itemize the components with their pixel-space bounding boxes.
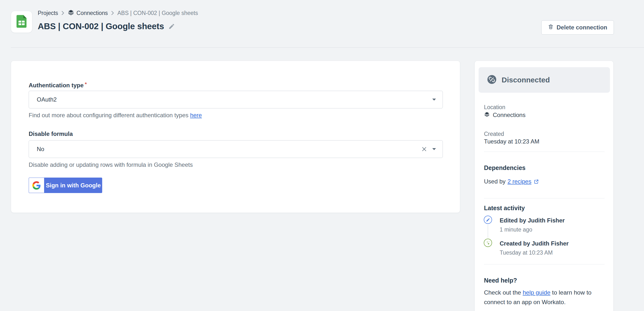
google-signin-label: Sign in with Google: [44, 178, 102, 193]
disable-formula-select[interactable]: No: [29, 140, 443, 158]
pencil-icon: [484, 216, 492, 224]
connection-form-card: Authentication type* OAuth2 Find out mor…: [11, 61, 460, 213]
disconnected-unlink-icon: [488, 75, 496, 85]
breadcrumb-current: ABS | CON-002 | Google sheets: [118, 10, 198, 17]
trash-icon: [548, 24, 554, 31]
clear-x-icon[interactable]: [422, 146, 427, 152]
external-link-icon: [534, 179, 539, 184]
created-label: Created: [484, 131, 504, 137]
authentication-type-label: Authentication type*: [29, 81, 87, 89]
delete-connection-label: Delete connection: [556, 24, 607, 31]
caret-down-icon: [432, 98, 436, 101]
title-row: ABS | CON-002 | Google sheets: [38, 21, 175, 32]
google-sheets-icon: [16, 15, 27, 29]
chevron-right-icon: [61, 10, 64, 16]
dependencies-used-by: Used by 2 recipes: [484, 178, 539, 185]
activity-item-time: 1 minute ago: [500, 226, 532, 233]
status-badge: Disconnected: [478, 67, 610, 93]
need-help-heading: Need help?: [484, 277, 517, 284]
used-by-prefix: Used by: [484, 178, 506, 185]
breadcrumb-projects[interactable]: Projects: [38, 10, 58, 17]
header-divider: [11, 47, 644, 48]
created-value: Tuesday at 10:23 AM: [484, 138, 539, 145]
disable-formula-value: No: [29, 146, 44, 153]
recipes-link[interactable]: 2 recipes: [508, 178, 531, 185]
location-value-text: Connections: [493, 112, 526, 118]
layers-icon: [68, 9, 74, 17]
google-g-icon: [29, 178, 44, 193]
disable-formula-helper-text: Disable adding or updating rows with for…: [29, 161, 193, 168]
divider: [484, 264, 604, 264]
latest-activity-heading: Latest activity: [484, 205, 525, 212]
breadcrumb-connections-label: Connections: [76, 10, 108, 17]
connection-status-sidebar: Disconnected Location Connections Create…: [474, 61, 614, 311]
activity-item-time: Tuesday at 10:23 AM: [500, 249, 553, 256]
breadcrumb-connections[interactable]: Connections: [68, 9, 108, 17]
activity-connector: [488, 225, 488, 238]
authentication-type-select[interactable]: OAuth2: [29, 91, 443, 108]
dependencies-heading: Dependencies: [484, 164, 526, 171]
disable-formula-label: Disable formula: [29, 131, 73, 137]
chevron-right-icon: [111, 10, 114, 16]
edit-pencil-icon[interactable]: [168, 23, 175, 30]
app-tile: [11, 11, 32, 33]
required-marker: *: [85, 81, 87, 87]
divider: [484, 198, 604, 198]
activity-item-title: Created by Judith Fisher: [500, 240, 568, 247]
connection-settings-page: { "header": { "breadcrumb": [ { "label":…: [0, 0, 644, 311]
authentication-type-value: OAuth2: [29, 96, 56, 103]
auth-helper-link[interactable]: here: [190, 112, 202, 118]
status-label: Disconnected: [502, 76, 550, 84]
divider: [484, 152, 604, 152]
delete-connection-button[interactable]: Delete connection: [541, 20, 614, 35]
help-guide-link[interactable]: help guide: [523, 289, 550, 296]
location-label: Location: [484, 104, 505, 111]
need-help-text: Check out the help guide to learn how to…: [484, 288, 603, 307]
layers-icon: [484, 111, 490, 119]
breadcrumb: Projects Connections ABS | CON-002 | Goo…: [38, 9, 198, 17]
location-value[interactable]: Connections: [484, 111, 526, 119]
sparkles-icon: [484, 239, 492, 247]
sign-in-with-google-button[interactable]: Sign in with Google: [29, 178, 102, 193]
authentication-helper-text: Find out more about configuring differen…: [29, 112, 202, 119]
activity-item-title: Edited by Judith Fisher: [500, 217, 564, 224]
caret-down-icon: [432, 148, 436, 151]
page-title: ABS | CON-002 | Google sheets: [38, 21, 164, 31]
